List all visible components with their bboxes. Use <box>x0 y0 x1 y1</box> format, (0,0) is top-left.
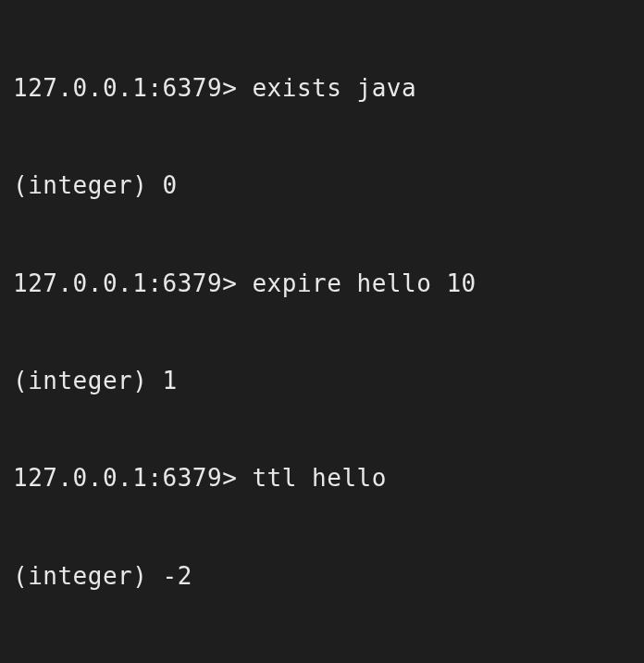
output-line: (integer) 1 <box>13 365 631 397</box>
prompt: 127.0.0.1:6379> <box>13 659 237 663</box>
prompt: 127.0.0.1:6379> <box>13 464 237 492</box>
output-line: (integer) -2 <box>13 560 631 593</box>
prompt: 127.0.0.1:6379> <box>13 74 237 102</box>
command-text: expire hello 10 <box>252 269 476 297</box>
terminal-window[interactable]: 127.0.0.1:6379> exists java (integer) 0 … <box>13 7 631 663</box>
command-line: 127.0.0.1:6379> expire hello 10 <box>13 268 631 300</box>
command-text: ttl hello <box>252 464 386 492</box>
output-line: (integer) 0 <box>13 169 631 202</box>
command-text: exists hello <box>252 659 431 663</box>
command-line: 127.0.0.1:6379> ttl hello <box>13 462 631 494</box>
command-line: 127.0.0.1:6379> exists java <box>13 72 631 105</box>
prompt: 127.0.0.1:6379> <box>13 269 237 297</box>
command-line: 127.0.0.1:6379> exists hello <box>13 657 631 663</box>
command-text: exists java <box>252 74 416 102</box>
